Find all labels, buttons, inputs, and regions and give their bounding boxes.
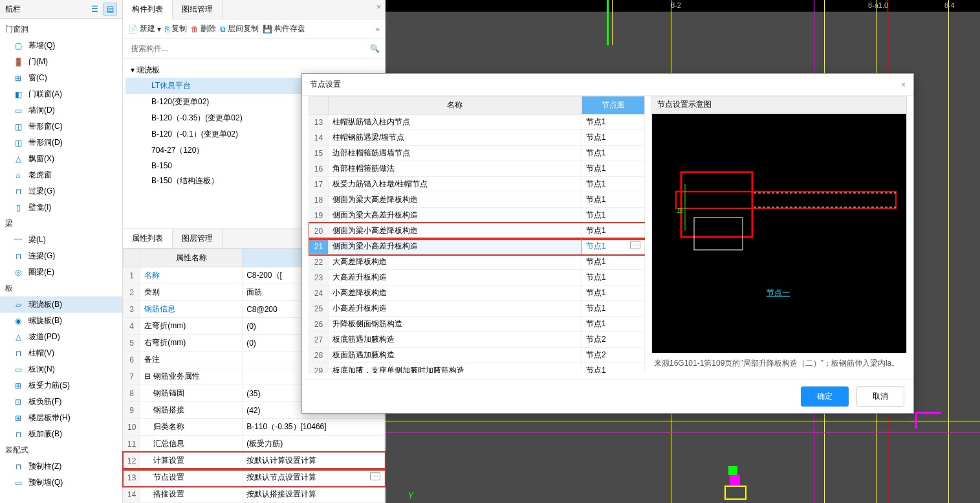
node-row[interactable]: 24小高差降板构造节点1	[309, 285, 645, 301]
node-row[interactable]: 29板底加腋，支座单侧加腋时加腋筋构造节点1	[309, 363, 645, 374]
close-icon[interactable]: ×	[376, 3, 381, 12]
node-value[interactable]: 节点1	[582, 270, 644, 285]
node-value[interactable]: 节点1	[582, 161, 644, 177]
node-row[interactable]: 26升降板侧面钢筋构造节点1	[309, 317, 645, 332]
node-row[interactable]: 13柱帽纵筋锚入柱内节点节点1	[309, 115, 645, 130]
node-value[interactable]: 节点1	[582, 301, 644, 317]
nav-item[interactable]: ⊡板负筋(F)	[0, 394, 122, 410]
tab-layers[interactable]: 图层管理	[173, 229, 223, 248]
node-value[interactable]: 节点1	[582, 254, 644, 270]
prop-value[interactable]: 按默认节点设置计算⋯	[243, 469, 385, 486]
node-row[interactable]: 20侧面为梁小高差降板构造节点1	[309, 223, 645, 239]
node-row[interactable]: 23大高差升板构造节点1	[309, 270, 645, 285]
tab-properties[interactable]: 属性列表	[123, 229, 173, 248]
nav-item[interactable]: ▭预制墙(Q)	[0, 475, 122, 491]
nav-item[interactable]: ⊞窗(C)	[0, 70, 122, 86]
property-row[interactable]: 10 归类名称B-110（-0.35）[10466]	[124, 419, 385, 436]
prop-value[interactable]: (板受力筋)	[243, 436, 385, 453]
node-row[interactable]: 27板底筋遇加腋构造节点2	[309, 332, 645, 348]
nav-item[interactable]: ▢幕墙(Q)	[0, 38, 122, 54]
property-row[interactable]: 12 计算设置按默认计算设置计算	[124, 453, 385, 469]
nav-item[interactable]: △坡道(PD)	[0, 329, 122, 345]
node-row[interactable]: 22大高差降板构造节点1	[309, 254, 645, 270]
nav-item[interactable]: ⊓连梁(G)	[0, 248, 122, 264]
nav-section-header[interactable]: 门窗洞	[0, 21, 122, 38]
node-value[interactable]: 节点1	[582, 146, 644, 161]
nav-item[interactable]: ⊞楼层板带(H)	[0, 410, 122, 426]
nav-item[interactable]: ◫带形窗(C)	[0, 118, 122, 135]
node-value[interactable]: 节点1	[582, 363, 644, 374]
node-row[interactable]: 25小高差升板构造节点1	[309, 301, 645, 317]
search-input[interactable]	[128, 41, 370, 56]
nav-section-header[interactable]: 装配式	[0, 442, 122, 458]
node-row[interactable]: 21侧面为梁小高差升板构造节点1⋯	[309, 239, 645, 254]
nav-item-label: 窗(C)	[28, 73, 47, 84]
nav-item[interactable]: ◎圈梁(E)	[0, 264, 122, 280]
property-row[interactable]: 11 汇总信息(板受力筋)	[124, 436, 385, 453]
close-icon[interactable]: ×	[901, 80, 906, 89]
node-value[interactable]: 节点2	[582, 348, 644, 363]
nav-item[interactable]: ⌂老虎窗	[0, 167, 122, 183]
more-icon[interactable]: »	[375, 25, 380, 34]
node-row[interactable]: 18侧面为梁大高差降板构造节点1	[309, 192, 645, 208]
node-row[interactable]: 17板受力筋锚入柱墩/柱帽节点节点1	[309, 177, 645, 192]
nav-item[interactable]: △飘窗(X)	[0, 151, 122, 167]
node-value[interactable]: 节点1	[582, 192, 644, 208]
view-detail-icon[interactable]: ▤	[103, 3, 117, 16]
node-value[interactable]: 节点1	[582, 115, 644, 130]
svg-rect-0	[681, 172, 752, 237]
property-row[interactable]: 13 节点设置按默认节点设置计算⋯	[124, 469, 385, 486]
nav-item[interactable]: ⊓过梁(G)	[0, 183, 122, 199]
prop-value[interactable]: B-110（-0.35）[10466]	[243, 419, 385, 436]
col-name[interactable]: 名称	[329, 96, 582, 115]
ellipsis-icon[interactable]: ⋯	[630, 241, 640, 249]
col-pic[interactable]: 节点图	[582, 96, 644, 115]
floor-copy-button[interactable]: ⧉层间复制	[220, 23, 259, 34]
canvas-marker	[728, 466, 737, 475]
node-value[interactable]: 节点1	[582, 130, 644, 146]
nav-item[interactable]: ▯壁龛(I)	[0, 199, 122, 216]
search-icon[interactable]: 🔍	[370, 44, 380, 53]
node-value[interactable]: 节点1	[582, 208, 644, 223]
nav-item[interactable]: ⊓板加腋(B)	[0, 426, 122, 442]
delete-button[interactable]: 🗑删除	[191, 23, 216, 34]
nav-section-header[interactable]: 梁	[0, 216, 122, 232]
tab-drawing-mgmt[interactable]: 图纸管理	[173, 0, 223, 19]
nav-item[interactable]: ⊓柱帽(V)	[0, 345, 122, 361]
node-row[interactable]: 15边部柱帽箍筋遇墙节点节点1	[309, 146, 645, 161]
property-row[interactable]: 14 搭接设置按默认搭接设置计算	[124, 486, 385, 503]
node-value[interactable]: 节点1	[582, 317, 644, 332]
nav-item-label: 现浇板(B)	[28, 299, 62, 310]
nav-item-icon: ◧	[13, 89, 23, 100]
view-list-icon[interactable]: ☰	[87, 3, 102, 16]
nav-item[interactable]: ◉螺旋板(B)	[0, 313, 122, 329]
node-value[interactable]: 节点1	[582, 285, 644, 301]
copy-button[interactable]: ⎘复制	[165, 23, 187, 34]
prop-value[interactable]: 按默认计算设置计算	[243, 453, 385, 469]
nav-item[interactable]: ▭板洞(N)	[0, 361, 122, 377]
tab-component-list[interactable]: 构件列表	[123, 0, 173, 19]
nav-section-header[interactable]: 板	[0, 280, 122, 296]
cancel-button[interactable]: 取消	[856, 386, 904, 407]
nav-item[interactable]: ⊞板受力筋(S)	[0, 377, 122, 394]
ellipsis-icon[interactable]: ⋯	[370, 472, 380, 480]
node-value[interactable]: 节点1	[582, 223, 644, 239]
node-row[interactable]: 19侧面为梁大高差升板构造节点1	[309, 208, 645, 223]
nav-item[interactable]: 🚪门(M)	[0, 54, 122, 70]
node-row[interactable]: 14柱帽钢筋遇梁/墙节点节点1	[309, 130, 645, 146]
prop-value[interactable]: 按默认搭接设置计算	[243, 486, 385, 503]
nav-item[interactable]: 〰梁(L)	[0, 232, 122, 248]
nav-item[interactable]: ◫带形洞(D)	[0, 135, 122, 151]
node-row[interactable]: 16角部柱帽箍筋做法节点1	[309, 161, 645, 177]
node-row[interactable]: 28板面筋遇加腋构造节点2	[309, 348, 645, 363]
nav-item[interactable]: ▱现浇板(B)	[0, 296, 122, 313]
new-button[interactable]: 📄新建▾	[128, 23, 161, 34]
node-value[interactable]: 节点1	[582, 177, 644, 192]
ok-button[interactable]: 确定	[801, 386, 849, 407]
nav-item[interactable]: ⊓预制柱(Z)	[0, 458, 122, 475]
nav-item[interactable]: ▭墙洞(D)	[0, 102, 122, 118]
node-value[interactable]: 节点2	[582, 332, 644, 348]
node-value[interactable]: 节点1⋯	[582, 239, 644, 254]
nav-item[interactable]: ◧门联窗(A)	[0, 86, 122, 102]
store-button[interactable]: 💾构件存盘	[263, 23, 305, 34]
